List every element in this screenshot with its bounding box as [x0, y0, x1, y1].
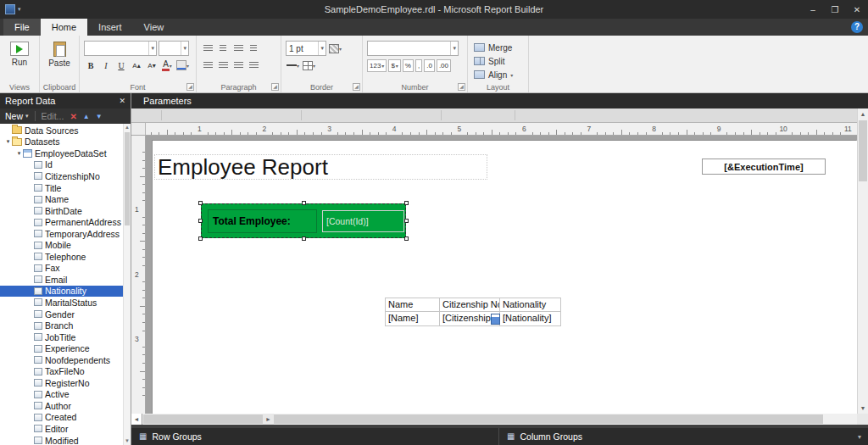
table-data-cell[interactable]: [Nationality]	[499, 311, 561, 326]
shrink-font-button[interactable]: A▾	[145, 58, 159, 72]
design-canvas[interactable]: Employee Report [&ExecutionTime] Total E…	[146, 136, 857, 414]
tree-scrollbar[interactable]: ▲ ▼	[123, 124, 131, 445]
split-button[interactable]: Split	[472, 54, 524, 68]
selection-handle[interactable]	[404, 219, 409, 223]
vertical-scrollbar[interactable]: ▲ ▼	[857, 108, 868, 414]
paragraph-dialog-launcher-icon[interactable]: ◢	[271, 83, 279, 91]
scroll-up-icon[interactable]: ▲	[858, 108, 868, 120]
comma-button[interactable]: ,	[415, 59, 422, 72]
paste-button[interactable]: Paste	[44, 39, 75, 68]
tree-item-name[interactable]: Name	[0, 193, 123, 205]
vertical-scrollbar-thumb[interactable]	[859, 120, 867, 181]
parameters-strip[interactable]	[131, 108, 857, 123]
tree-item-email[interactable]: Email	[0, 274, 123, 286]
delete-button[interactable]: ✕	[70, 112, 76, 121]
font-dialog-launcher-icon[interactable]: ◢	[186, 83, 194, 91]
selection-handle[interactable]	[302, 201, 306, 205]
tree-item-gender[interactable]: Gender	[0, 309, 123, 320]
tree-item-birthdate[interactable]: BirthDate	[0, 205, 123, 217]
tree-item-telephone[interactable]: Telephone	[0, 251, 123, 263]
tree-item-title[interactable]: Title	[0, 182, 123, 194]
numbered-list-button[interactable]	[216, 42, 230, 55]
tree-item-editor[interactable]: Editor	[0, 423, 123, 435]
currency-button[interactable]: $▾	[388, 59, 400, 72]
bullet-list-button[interactable]	[201, 42, 214, 55]
tree-item-author[interactable]: Author	[0, 400, 123, 412]
row-groups-pane[interactable]: ▦ Row Groups	[131, 428, 498, 445]
new-caret-icon[interactable]: ▾	[25, 113, 29, 120]
selection-handle[interactable]	[198, 236, 203, 241]
tree-item-temporaryaddress[interactable]: TemporaryAddress	[0, 228, 123, 240]
report-page[interactable]: Employee Report [&ExecutionTime] Total E…	[153, 141, 857, 414]
number-format-button[interactable]: 123▾	[367, 59, 387, 72]
edit-button[interactable]: Edit...	[42, 111, 64, 121]
new-button[interactable]: New	[5, 111, 23, 121]
bold-button[interactable]: B	[84, 58, 97, 72]
align-left-button[interactable]	[201, 58, 214, 72]
font-color-button[interactable]: A▾	[160, 58, 174, 72]
align-center-button[interactable]	[216, 58, 230, 72]
tree-item-branch[interactable]: Branch	[0, 320, 123, 331]
move-down-button[interactable]: ▼	[96, 113, 103, 120]
expand-icon[interactable]: ▾	[4, 138, 12, 145]
tree-item-jobtitle[interactable]: JobTitle	[0, 331, 123, 343]
selection-handle[interactable]	[404, 201, 409, 205]
scroll-up-icon[interactable]: ▲	[124, 124, 131, 131]
column-groups-pane[interactable]: ▦ Column Groups ▾	[498, 428, 868, 445]
number-dialog-launcher-icon[interactable]: ◢	[458, 83, 465, 91]
grouping-options-caret-icon[interactable]: ▾	[858, 433, 861, 441]
grow-font-button[interactable]: A▴	[130, 58, 143, 72]
tree-item-active[interactable]: Active	[0, 389, 123, 401]
horizontal-scrollbar[interactable]: ◄ ►	[131, 414, 857, 425]
borders-button[interactable]: ▾	[302, 58, 316, 72]
tree-item-maritalstatus[interactable]: MaritalStatus	[0, 297, 123, 309]
expand-icon[interactable]: ▾	[15, 150, 23, 157]
table-data-cell[interactable]: [Name]	[385, 311, 440, 326]
count-id-textbox[interactable]: [Count(Id)]	[322, 210, 404, 232]
indent-decrease-button[interactable]	[231, 42, 245, 55]
justify-button[interactable]	[247, 58, 260, 72]
minimize-button[interactable]: –	[802, 0, 824, 19]
align-right-button[interactable]	[231, 58, 245, 72]
tree-item-registerno[interactable]: RegisterNo	[0, 377, 123, 389]
merge-button[interactable]: Merge	[472, 41, 524, 54]
percent-button[interactable]: %	[403, 59, 414, 72]
help-icon[interactable]: ?	[851, 21, 863, 33]
border-dialog-launcher-icon[interactable]: ◢	[353, 83, 360, 91]
tree-item-employeedataset[interactable]: ▾EmployeeDataSet	[0, 147, 123, 159]
tree-item-id[interactable]: Id	[0, 159, 123, 171]
report-title-textbox[interactable]: Employee Report	[154, 154, 487, 180]
field-picker-icon[interactable]	[491, 314, 500, 325]
border-style-button[interactable]: ▾	[286, 58, 300, 72]
tree-item-nationality[interactable]: Nationality	[0, 286, 123, 298]
tree-item-mobile[interactable]: Mobile	[0, 239, 123, 251]
tree-item-citizenshipno[interactable]: CitizenshipNo	[0, 170, 123, 182]
table-header-cell[interactable]: Nationality	[499, 298, 561, 312]
tree-item-permanentaddress[interactable]: PermanentAddress	[0, 216, 123, 228]
tab-file[interactable]: File	[3, 19, 41, 36]
table-header-cell[interactable]: Citizenship No	[439, 298, 500, 312]
scroll-down-icon[interactable]: ▼	[858, 403, 868, 414]
selection-handle[interactable]	[404, 236, 409, 241]
close-button[interactable]: ✕	[846, 0, 868, 19]
italic-button[interactable]: I	[99, 58, 113, 72]
tablix[interactable]: NameCitizenship NoNationality[Name][Citi…	[386, 298, 561, 326]
total-employee-label[interactable]: Total Employee:	[208, 209, 317, 233]
tree-item-fax[interactable]: Fax	[0, 263, 123, 275]
font-size-combo[interactable]: ▾	[159, 41, 189, 56]
fill-color-button[interactable]: ▾	[175, 58, 190, 72]
border-color-button[interactable]: ▾	[328, 42, 342, 55]
tree-item-noofdependents[interactable]: Noofdependents	[0, 354, 123, 366]
run-button[interactable]: Run	[4, 39, 35, 67]
tab-view[interactable]: View	[133, 19, 175, 36]
total-employee-summary-box[interactable]: Total Employee: [Count(Id)]	[201, 203, 406, 238]
execution-time-textbox[interactable]: [&ExecutionTime]	[702, 159, 826, 175]
tree-item-taxfileno[interactable]: TaxFileNo	[0, 365, 123, 377]
scroll-left-icon[interactable]: ◄	[131, 414, 142, 425]
decimal-decrease-button[interactable]: .0	[424, 59, 435, 72]
table-header-cell[interactable]: Name	[385, 298, 440, 312]
app-icon[interactable]	[5, 4, 15, 14]
panel-close-icon[interactable]: ✕	[119, 97, 125, 105]
selection-handle[interactable]	[198, 219, 203, 223]
quick-access-caret-icon[interactable]: ▾	[18, 6, 21, 13]
